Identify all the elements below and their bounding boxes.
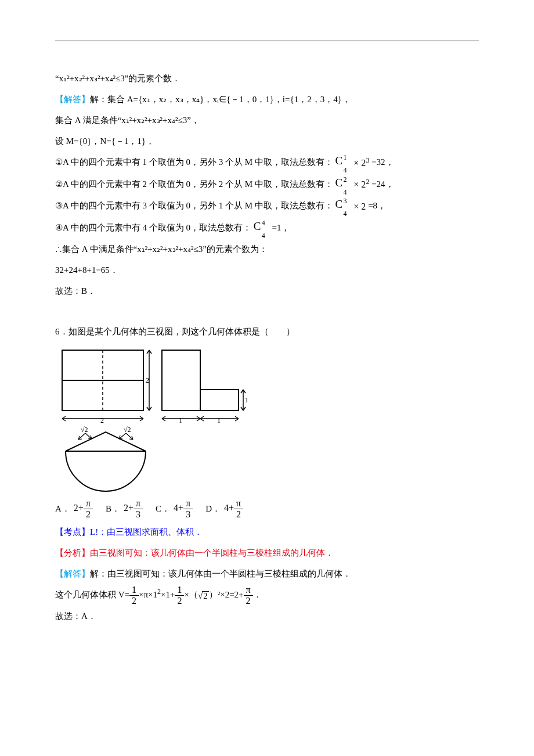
svg-text:1: 1	[245, 396, 247, 404]
frac-half-2: 12	[175, 585, 184, 606]
solve-tag: 【解答】	[55, 95, 90, 104]
times-2-cubed: × 23	[353, 159, 369, 168]
combination-C42: C24	[335, 177, 343, 195]
q6-three-views-top: 2 2 1 1 1	[55, 345, 479, 424]
svg-text:√2: √2	[124, 426, 131, 434]
times-2-sq: × 22	[353, 180, 369, 189]
svg-rect-7	[162, 350, 200, 411]
q6-option-b: B． 2+π3	[106, 498, 143, 519]
q5-case-2: ②A 中的四个元素中有 2 个取值为 0，另外 2 个从 M 中取，取法总数有：…	[55, 174, 479, 196]
q5-sum: 32+24+8+1=65．	[55, 260, 479, 280]
q6-options: A． 2+π2 B． 2+π3 C． 4+π3 D． 4+π2	[55, 498, 479, 519]
svg-text:1: 1	[179, 416, 182, 424]
q5-case-4: ④A 中的四个元素中有 4 个取值为 0，取法总数有： C44 =1，	[55, 217, 479, 239]
svg-rect-8	[200, 390, 239, 411]
q5-solve-line: 【解答】解：集合 A={x₁，x₂，x₃，x₄}，xᵢ∈{－1，0，1}，i={…	[55, 89, 479, 110]
svg-text:1: 1	[217, 416, 221, 424]
svg-text:2: 2	[100, 416, 104, 424]
combination-C44: C44	[254, 221, 261, 238]
q6-stem: 6．如图是某个几何体的三视图，则这个几何体体积是（ ）	[55, 321, 479, 342]
q5-l3: 集合 A 满足条件“x₁²+x₂²+x₃²+x₄²≤3”，	[55, 110, 479, 131]
q5-l2: 解：集合 A={x₁，x₂，x₃，x₄}，xᵢ∈{－1，0，1}，i={1，2，…	[90, 95, 351, 104]
q6-volume-calc: 这个几何体体积 V=12×π×12×1+12×（√2）²×2=2+π2．	[55, 584, 479, 606]
q6-analysis: 【分析】由三视图可知：该几何体由一个半圆柱与三棱柱组成的几何体．	[55, 542, 479, 563]
q6-option-a: A． 2+π2	[55, 498, 93, 519]
sqrt-2: √2	[198, 591, 209, 600]
q6-option-c: C． 4+π3	[156, 498, 193, 519]
front-view-figure: 2 2	[55, 345, 154, 424]
combination-C43: C34	[335, 199, 343, 216]
exam-tag: 【考点】	[55, 527, 90, 537]
q6-solve1: 【解答】解：由三视图可知：该几何体由一个半圆柱与三棱柱组成的几何体．	[55, 563, 479, 584]
q5-answer: 故选：B．	[55, 280, 479, 301]
q5-cont-line1: “x₁²+x₂²+x₃²+x₄²≤3”的元素个数．	[55, 68, 479, 89]
frac-half-1: 12	[129, 585, 139, 606]
times-2: × 2	[353, 202, 366, 211]
q5-case-1: ①A 中的四个元素中有 1 个取值为 0，另外 3 个从 M 中取，取法总数有：…	[55, 152, 479, 174]
q6-answer: 故选：A．	[55, 606, 479, 627]
q5-l4: 设 M={0}，N={－1，1}，	[55, 131, 479, 152]
solve-tag-2: 【解答】	[55, 569, 90, 578]
q6-top-view-figure: √2 √2	[55, 426, 479, 496]
top-rule	[55, 41, 479, 41]
q6-exam-point: 【考点】L!：由三视图求面积、体积．	[55, 521, 479, 542]
frac-pi-2: π2	[244, 585, 253, 606]
svg-text:√2: √2	[81, 426, 88, 434]
q5-case-3: ③A 中的四个元素中有 3 个取值为 0，另外 1 个从 M 中取，取法总数有：…	[55, 195, 479, 217]
q6-option-d: D． 4+π2	[205, 498, 243, 519]
side-view-figure: 1 1 1	[157, 345, 247, 424]
q5-conclude: ∴集合 A 中满足条件“x₁²+x₂²+x₃²+x₄²≤3”的元素个数为：	[55, 239, 479, 260]
svg-text:2: 2	[146, 376, 149, 384]
combination-C41: C14	[335, 155, 343, 172]
ana-tag: 【分析】	[55, 548, 90, 557]
